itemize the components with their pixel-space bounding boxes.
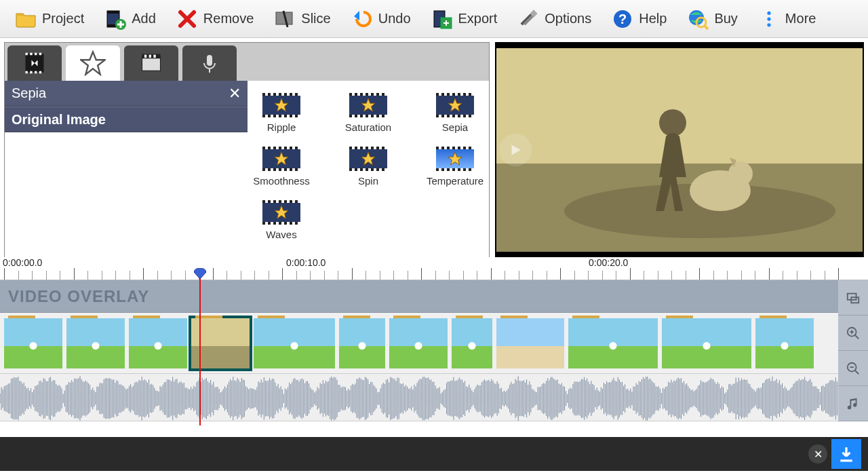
timeline-clip[interactable]	[129, 318, 187, 368]
svg-rect-22	[207, 55, 212, 66]
remove-label: Remove	[203, 11, 254, 26]
tab-media[interactable]	[7, 45, 62, 81]
timeline-clip[interactable]	[496, 318, 564, 368]
waveform-icon	[0, 374, 868, 421]
overlay-track-icon[interactable]	[838, 280, 868, 316]
tab-clip[interactable]	[124, 45, 178, 81]
zoom-in-icon[interactable]	[838, 316, 868, 351]
svg-marker-29	[275, 206, 288, 218]
svg-marker-28	[448, 152, 462, 165]
options-button[interactable]: Options	[509, 4, 599, 34]
add-button[interactable]: Add	[96, 4, 164, 34]
time-ruler[interactable]: 0:00:00.0 0:00:10.0 0:00:20.0	[0, 257, 868, 280]
audio-lane[interactable]	[0, 374, 868, 421]
clip-thumbnail	[755, 318, 814, 368]
more-button[interactable]: More	[750, 4, 825, 34]
add-label: Add	[132, 11, 156, 26]
timeline-clip[interactable]	[66, 318, 125, 368]
preview-pane	[495, 42, 864, 257]
undo-button[interactable]: Undo	[343, 4, 419, 34]
timeline-clip[interactable]	[4, 318, 62, 368]
effect-item-temperature[interactable]: Temperature	[427, 147, 484, 187]
timeline-clip[interactable]	[568, 318, 658, 368]
slice-button[interactable]: Slice	[266, 4, 338, 34]
effect-label: Waves	[266, 229, 296, 240]
effect-label: Temperature	[427, 175, 484, 187]
play-button[interactable]	[499, 134, 532, 166]
effect-item-waves[interactable]: Waves	[253, 200, 310, 240]
tab-audio[interactable]	[182, 45, 237, 81]
buy-button[interactable]: Buy	[679, 4, 745, 34]
clip-thumbnail	[662, 318, 751, 368]
effect-label: Ripple	[267, 121, 296, 133]
clip-lane[interactable]	[0, 313, 868, 374]
svg-rect-1	[107, 11, 119, 14]
timeline: 0:00:00.0 0:00:10.0 0:00:20.0 VIDEO OVER…	[0, 257, 868, 471]
main-area: Sepia ✕ Original Image Ripple Saturation	[0, 38, 868, 257]
clip-thumbnail	[254, 318, 335, 368]
video-overlay-lane[interactable]: VIDEO OVERLAY	[0, 280, 868, 313]
svg-marker-27	[361, 152, 375, 165]
project-label: Project	[42, 11, 84, 26]
effect-label: Sepia	[442, 121, 468, 133]
tab-effects[interactable]	[66, 45, 120, 81]
ad-download-button[interactable]	[831, 439, 861, 469]
help-icon: ?	[612, 8, 633, 30]
more-label: More	[785, 11, 816, 26]
applied-effect-info-row[interactable]: Original Image	[5, 107, 248, 132]
playhead[interactable]	[199, 269, 201, 425]
effect-item-sepia[interactable]: Sepia	[427, 93, 484, 133]
effect-item-spin[interactable]: Spin	[340, 147, 397, 187]
effects-body: Sepia ✕ Original Image Ripple Saturation	[5, 81, 489, 266]
svg-marker-23	[275, 98, 288, 111]
applied-effect-row[interactable]: Sepia ✕	[5, 81, 248, 107]
timeline-clip[interactable]	[339, 318, 385, 368]
help-button[interactable]: ? Help	[604, 4, 675, 34]
timeline-clip[interactable]	[662, 318, 751, 368]
svg-point-14	[767, 23, 770, 26]
svg-rect-20	[149, 55, 151, 58]
svg-marker-24	[361, 98, 375, 111]
effect-label: Saturation	[345, 121, 391, 133]
effect-grid: Ripple Saturation Sepia Smoothness	[248, 81, 489, 266]
time-mark-0: 0:00:00.0	[3, 257, 42, 268]
clip-thumbnail	[568, 318, 658, 368]
effect-item-smoothness[interactable]: Smoothness	[253, 147, 310, 187]
svg-marker-26	[275, 152, 288, 165]
applied-effect-name: Sepia	[12, 86, 46, 101]
remove-button[interactable]: Remove	[168, 4, 262, 34]
timeline-clip[interactable]	[254, 318, 335, 368]
timeline-clip[interactable]	[755, 318, 814, 368]
effect-item-ripple[interactable]: Ripple	[253, 93, 310, 133]
ad-banner: ✕	[0, 437, 868, 471]
panel-tabstrip	[5, 43, 489, 81]
ad-close-button[interactable]: ✕	[808, 444, 827, 463]
svg-point-13	[767, 17, 770, 20]
svg-marker-16	[81, 52, 105, 74]
slice-icon	[274, 8, 296, 30]
clip-thumbnail	[496, 318, 564, 368]
svg-point-12	[767, 11, 770, 14]
applied-effect-info: Original Image	[12, 112, 106, 128]
clip-thumbnail	[339, 318, 385, 368]
main-toolbar: Project Add Remove Slice Undo Export O	[0, 0, 868, 38]
film-add-icon	[104, 8, 126, 30]
project-button[interactable]: Project	[7, 4, 92, 34]
export-button[interactable]: Export	[423, 4, 506, 34]
svg-marker-25	[448, 98, 462, 111]
timeline-clip[interactable]	[389, 318, 448, 368]
svg-rect-19	[144, 55, 146, 58]
zoom-out-icon[interactable]	[838, 351, 868, 386]
timeline-clip[interactable]	[452, 318, 492, 368]
music-track-icon[interactable]	[838, 386, 868, 421]
effect-label: Smoothness	[253, 175, 309, 187]
clip-thumbnail	[66, 318, 125, 368]
overlay-lane-label: VIDEO OVERLAY	[8, 287, 149, 306]
clip-thumbnail	[129, 318, 187, 368]
svg-rect-21	[153, 55, 155, 58]
slice-label: Slice	[301, 11, 330, 26]
close-icon[interactable]: ✕	[229, 85, 241, 102]
timeline-tools	[838, 280, 868, 421]
effect-item-saturation[interactable]: Saturation	[340, 93, 397, 133]
undo-label: Undo	[378, 11, 411, 26]
